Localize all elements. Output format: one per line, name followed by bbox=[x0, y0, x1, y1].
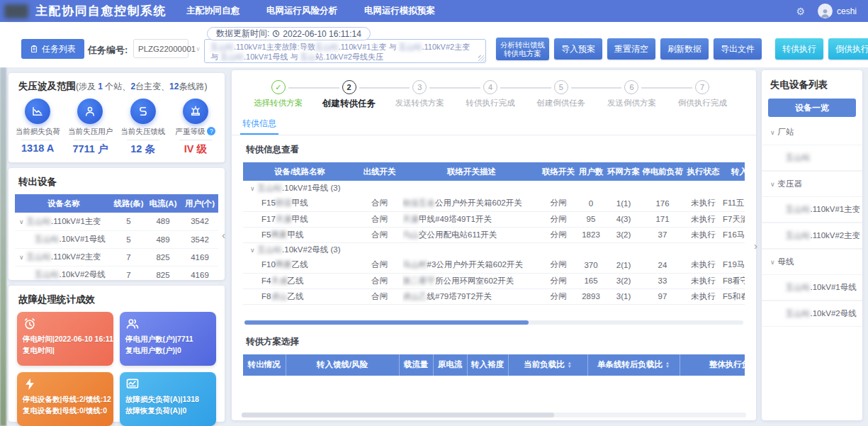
reverse-exec-button[interactable]: 倒供执行 bbox=[828, 38, 868, 60]
table-row[interactable]: F15联谊甲线 合闸 创业五金公用户外开关箱602开关 分闸0 1(1)176 … bbox=[243, 196, 745, 211]
user-name: ceshi bbox=[837, 6, 857, 16]
tree-item[interactable]: 五山站.10kV#1母线 bbox=[762, 274, 862, 301]
chevron-down-icon: ∨ bbox=[770, 259, 775, 266]
fault-statistics-panel: 故障处理统计成效 停电时间|2022-06-10 16:11 复电时间| 停电用… bbox=[9, 286, 225, 422]
group-row-bus1[interactable]: ∨五山站.10kV#1母线 (3) bbox=[243, 181, 745, 196]
table-header-row: 转出情况 转入馈线/风险 载流量 原电流 转入裕度 当前负载比▲▼ 单条线转后负… bbox=[243, 354, 745, 376]
table-row[interactable]: F17天濠甲线 合闸 天濠甲线#49塔49T1开关 分闸95 4(3)171 未… bbox=[243, 211, 745, 227]
step-transfer-done[interactable]: 4 转供执行完成 bbox=[455, 80, 526, 110]
avatar bbox=[818, 4, 833, 18]
gear-icon[interactable]: ⚙ bbox=[796, 6, 805, 17]
chart-decline-icon bbox=[31, 105, 44, 118]
user-icon bbox=[84, 105, 96, 118]
table-row[interactable]: F8虎山乙线 合闸 虎山乙线#79塔79T2开关 分闸2893 3(1)97 未… bbox=[243, 288, 745, 304]
chevron-down-icon: ∨ bbox=[250, 185, 255, 192]
fault-statistics-title: 故障处理统计成效 bbox=[9, 286, 225, 312]
transfer-exec-button[interactable]: 转供执行 bbox=[775, 38, 823, 60]
step-create-reverse-task[interactable]: 5 创建倒供任务 bbox=[526, 80, 597, 110]
update-time-label: 数据更新时间: bbox=[216, 28, 269, 40]
transfer-out-panel: 转出设备 设备名称线路(条) 电流(A)用户(个) ∨五山站.110kV#1主变… bbox=[9, 168, 225, 280]
collapse-left-icon[interactable]: ‹ bbox=[222, 229, 225, 241]
workflow-stepper: ✓ 选择转供方案 2 创建转供任务 3 发送转供方案 4 转供执行完成 5 创建… bbox=[232, 70, 756, 110]
sortable-header[interactable]: 整体执行负载比▲▼ bbox=[680, 354, 745, 376]
device-overview-header[interactable]: 设备一览 bbox=[768, 99, 856, 117]
collapse-right-icon[interactable]: › bbox=[754, 240, 757, 252]
step-reverse-done[interactable]: 7 倒供执行完成 bbox=[667, 80, 738, 110]
tree-group-transformer[interactable]: ∨变压器 bbox=[762, 171, 862, 196]
device-list-title: 失电设备列表 bbox=[762, 70, 862, 99]
outage-users-card: 停电用户数(户)|7711 复电用户数(户)|0 bbox=[120, 312, 216, 366]
sort-icon: ▲▼ bbox=[665, 361, 670, 368]
tree-item[interactable]: 五山站.10kV#2母线 bbox=[762, 301, 862, 327]
step-send-reverse-plan[interactable]: 6 发送倒供方案 bbox=[597, 80, 667, 110]
nav-tab-self-healing[interactable]: 主配协同自愈 bbox=[186, 5, 239, 17]
chevron-down-icon[interactable]: ∨ bbox=[19, 218, 24, 225]
feeder-icon bbox=[137, 105, 150, 118]
toolbar: 任务列表 任务编号: PLZG22000001 ∨ 数据更新时间: 2022-0… bbox=[0, 22, 868, 67]
sortable-header[interactable]: 当前负载比▲▼ bbox=[508, 354, 587, 376]
export-file-button[interactable]: 导出文件 bbox=[714, 38, 762, 60]
update-time-value: 2022-06-10 16:11:14 bbox=[283, 29, 361, 39]
alarm-lamp-icon bbox=[189, 105, 202, 118]
load-monitor-icon bbox=[125, 377, 140, 391]
table-row[interactable]: ∨五山站.110kV#1主变 54893542 bbox=[15, 213, 218, 230]
table-row[interactable]: 五山站.10kV#2母线 78254169 bbox=[15, 266, 218, 284]
transfer-info-table: 设备/线路名称出线开关 联络开关描述联络开关 用户数环网方案 停电前负荷执行状态… bbox=[243, 162, 745, 305]
transfer-out-table: 设备名称线路(条) 电流(A)用户(个) ∨五山站.110kV#1主变 5489… bbox=[15, 194, 218, 284]
table-header-row: 设备名称线路(条) 电流(A)用户(个) bbox=[15, 194, 218, 213]
users-icon bbox=[125, 317, 140, 331]
nav-tab-risk-analysis[interactable]: 电网运行风险分析 bbox=[266, 5, 337, 17]
tree-item[interactable]: 五山站.110kV#1主变 bbox=[762, 196, 862, 223]
table-row[interactable]: F10网夏乙线 合闸 马山村#3公用户外开关箱602开关 分闸370 2(1)2… bbox=[243, 257, 745, 273]
tree-item[interactable]: 五山站 bbox=[762, 145, 862, 171]
table-row[interactable]: F4天成乙线 合闸 第二看守所公用环网室602开关 分闸165 3(2)33 未… bbox=[243, 273, 745, 288]
resize-handle[interactable] bbox=[478, 55, 485, 62]
reset-clear-button[interactable]: 重置清空 bbox=[607, 38, 655, 60]
load-loss-card: 故障损失负荷(A)|1318 故障恢复负荷(A)|0 bbox=[120, 372, 216, 426]
tree-group-station[interactable]: ∨厂站 bbox=[762, 120, 862, 145]
analyze-transfer-button[interactable]: 分析转出馈线转供电方案 bbox=[496, 38, 549, 60]
clock-icon bbox=[272, 30, 280, 38]
chevron-down-icon: ∨ bbox=[770, 129, 775, 136]
help-icon[interactable]: ? bbox=[207, 127, 215, 135]
task-list-button[interactable]: 任务列表 bbox=[21, 39, 84, 59]
fault-description-textarea[interactable]: 五山站.110kV#1主变故障:导致五山站.110kV#1主变 与 五山站.11… bbox=[204, 39, 486, 63]
step-create-task[interactable]: 2 创建转供任务 bbox=[314, 80, 385, 110]
refresh-data-button[interactable]: 刷新数据 bbox=[660, 38, 709, 60]
app-title: 主配协同自愈控制系统 bbox=[35, 3, 167, 19]
scrollbar-thumb[interactable] bbox=[244, 320, 529, 325]
lightning-icon bbox=[23, 377, 37, 391]
import-plan-button[interactable]: 导入预案 bbox=[554, 38, 602, 60]
scrollbar-thumb[interactable] bbox=[242, 413, 554, 417]
chevron-down-icon[interactable]: ∨ bbox=[19, 254, 24, 261]
plan-select-title: 转供方案选择 bbox=[246, 336, 745, 348]
sortable-header[interactable]: 单条线转后负载比▲▼ bbox=[587, 354, 680, 376]
group-row-bus2[interactable]: ∨五山站.10kV#2母线 (3) bbox=[243, 242, 745, 257]
stat-lost-feeders: 当前失压馈线 12 条 bbox=[117, 99, 169, 156]
toolbar-actions: 分析转出馈线转供电方案 导入预案 重置清空 刷新数据 导出文件 转供执行 倒供执… bbox=[496, 38, 868, 60]
tab-transfer-info[interactable]: 转供信息 bbox=[240, 114, 278, 135]
step-send-plan[interactable]: 3 发送转供方案 bbox=[384, 80, 455, 110]
check-icon: ✓ bbox=[271, 80, 286, 94]
alarm-clock-icon bbox=[23, 317, 37, 331]
task-no-select[interactable]: PLZG22000001 ∨ bbox=[133, 39, 188, 58]
nav-tabs: 主配协同自愈 电网运行风险分析 电网运行模拟预案 bbox=[186, 5, 435, 17]
table-row[interactable]: F5网夏甲线 合闸 乌山交公用配电站611开关 分闸1823 3(2)37 未执… bbox=[243, 227, 745, 242]
nav-tab-simulation[interactable]: 电网运行模拟预案 bbox=[364, 5, 435, 17]
chevron-down-icon: ∨ bbox=[250, 247, 255, 254]
step-select-plan[interactable]: ✓ 选择转供方案 bbox=[243, 80, 314, 110]
tree-group-bus[interactable]: ∨母线 bbox=[762, 249, 862, 274]
sort-icon: ▲▼ bbox=[568, 361, 572, 368]
table-row[interactable]: ∨五山站.110kV#2主变 78254169 bbox=[15, 248, 218, 266]
stat-severity-level: 严重等级 ? IV 级 bbox=[169, 99, 222, 156]
background-image-strip bbox=[0, 67, 6, 426]
task-no-label: 任务编号: bbox=[88, 44, 128, 57]
tree-item[interactable]: 五山站.110kV#2主变 bbox=[762, 223, 862, 249]
user-chip[interactable]: ceshi bbox=[818, 4, 857, 18]
lost-power-device-panel: 失电设备列表 设备一览 ∨厂站 五山站 ∨变压器 五山站.110kV#1主变 五… bbox=[762, 70, 862, 420]
outage-time-card: 停电时间|2022-06-10 16:11 复电时间| bbox=[17, 312, 113, 366]
table-row[interactable]: 五山站.10kV#1母线 54893542 bbox=[15, 230, 218, 248]
table-header-row: 设备/线路名称出线开关 联络开关描述联络开关 用户数环网方案 停电前负荷执行状态… bbox=[243, 162, 745, 181]
horizontal-scrollbar bbox=[244, 320, 743, 325]
app-logo bbox=[4, 4, 28, 18]
